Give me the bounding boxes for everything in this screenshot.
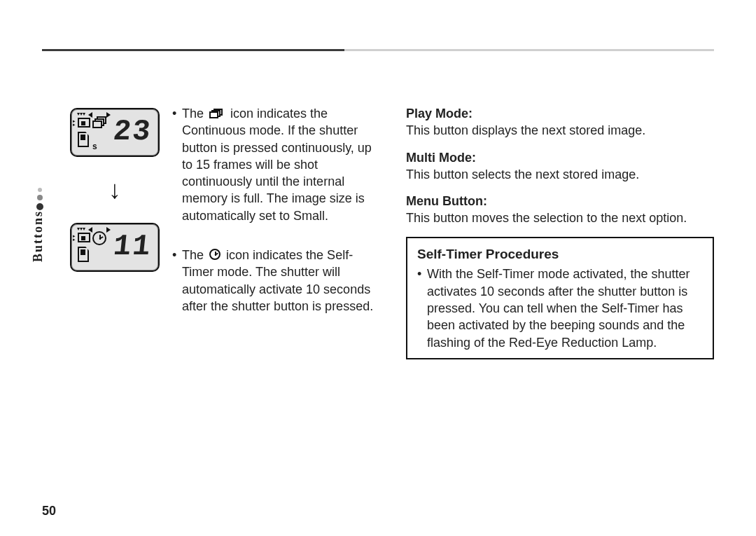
page-number: 50	[42, 504, 56, 518]
blink-marks-icon: ▸▸	[73, 234, 76, 241]
lcd-continuous: ▾ ▾ ▾ ▸▸ s 23	[70, 108, 160, 157]
box-text: With the Self-Timer mode activated, the …	[427, 266, 703, 350]
record-icon	[78, 118, 90, 128]
left-column: ▾ ▾ ▾ ▸▸ s 23 ↓ ▾ ▾ ▾ ▸▸	[70, 105, 378, 359]
mode-title: Multi Mode:	[406, 149, 714, 166]
bullet-item: • The icon indicates the Continuous mode…	[172, 105, 378, 224]
self-timer-icon	[209, 249, 220, 260]
left-bullets: • The icon indicates the Continuous mode…	[172, 105, 378, 359]
continuous-mode-icon	[92, 116, 106, 128]
bullet-text: The icon indicates the Self-Timer mode. …	[182, 247, 378, 315]
manual-page: Buttons 50 ▾ ▾ ▾ ▸▸ s 23 ↓ ▾ ▾ ▾	[0, 0, 756, 536]
mode-text: This button displays the next stored ima…	[406, 122, 714, 139]
dot-icon	[36, 203, 43, 210]
bullet-text: The icon indicates the Continuous mode. …	[182, 105, 378, 224]
box-title: Self-Timer Procedures	[417, 245, 703, 263]
dot-icon	[38, 188, 42, 192]
content: ▾ ▾ ▾ ▸▸ s 23 ↓ ▾ ▾ ▾ ▸▸	[70, 105, 714, 359]
memory-card-icon	[78, 132, 89, 147]
blink-marks-icon: ▾ ▾ ▾	[77, 226, 85, 232]
multi-mode-block: Multi Mode: This button selects the next…	[406, 149, 714, 184]
lcd-stack: ▾ ▾ ▾ ▸▸ s 23 ↓ ▾ ▾ ▾ ▸▸	[70, 108, 160, 359]
play-mode-block: Play Mode: This button displays the next…	[406, 105, 714, 139]
self-timer-box: Self-Timer Procedures • With the Self-Ti…	[406, 237, 714, 359]
mode-text: This button moves the selection to the n…	[406, 209, 714, 226]
menu-button-block: Menu Button: This button moves the selec…	[406, 193, 714, 227]
continuous-mode-icon	[209, 109, 225, 118]
arrow-down-icon: ↓	[108, 175, 121, 205]
triangle-right-icon	[106, 227, 111, 233]
blink-marks-icon: ▾ ▾ ▾	[77, 111, 85, 117]
mode-text: This button selects the next stored imag…	[406, 166, 714, 183]
frame-count: 11	[111, 230, 153, 263]
triangle-right-icon	[106, 112, 111, 118]
record-icon	[78, 233, 90, 242]
dot-icon	[37, 195, 43, 200]
bullet-item: • The icon indicates the Self-Timer mode…	[172, 247, 378, 315]
self-timer-icon	[92, 231, 106, 245]
triangle-left-icon	[88, 227, 92, 233]
memory-card-icon	[78, 247, 89, 262]
blink-marks-icon: ▸▸	[73, 119, 76, 126]
frame-count: 23	[111, 115, 153, 149]
right-column: Play Mode: This button displays the next…	[406, 105, 714, 359]
section-label: Buttons	[31, 210, 46, 262]
top-rule	[42, 49, 714, 51]
mode-title: Play Mode:	[406, 105, 714, 122]
mode-title: Menu Button:	[406, 193, 714, 209]
lcd-selftimer: ▾ ▾ ▾ ▸▸ 11	[70, 223, 160, 272]
size-small-indicator: s	[92, 142, 97, 151]
sidebar-dots	[36, 188, 43, 210]
